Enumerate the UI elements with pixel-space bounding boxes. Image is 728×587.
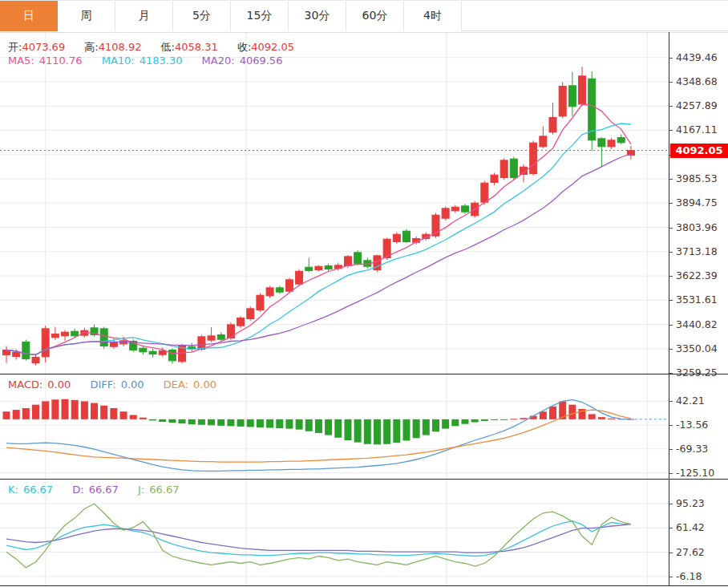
last-price-tag: 4092.05 — [670, 144, 728, 158]
axis-tick-label: 95.23 — [669, 497, 728, 510]
tab-30min[interactable]: 30分 — [289, 1, 346, 31]
tab-60min[interactable]: 60分 — [346, 1, 404, 31]
axis-tick-label: 3713.18 — [669, 245, 728, 258]
axis-tick-label: 27.62 — [669, 546, 728, 559]
axis-tick-label: 3985.53 — [669, 172, 728, 185]
tab-4hour[interactable]: 4时 — [404, 1, 462, 31]
kdj-panel[interactable] — [0, 480, 669, 585]
axis-tick-label: 4348.68 — [669, 75, 728, 88]
panel-separator-macd — [0, 374, 728, 374]
axis-tick-label: -125.10 — [669, 467, 728, 480]
axis-border-line — [669, 32, 669, 586]
axis-tick-label: 42.21 — [669, 395, 728, 407]
trading-chart-app: 日周月5分15分30分60分4时 开:4073.69 高:4108.92 低:4… — [0, 0, 728, 587]
axis-tick-label: 4439.46 — [669, 51, 728, 64]
tab-month[interactable]: 月 — [115, 1, 173, 31]
main-candlestick-panel[interactable] — [0, 32, 669, 374]
macd-panel[interactable] — [0, 374, 669, 479]
axis-tick-label: -69.33 — [669, 443, 728, 455]
axis-tick-label: 3622.39 — [669, 269, 728, 282]
axis-tick-label: 3531.61 — [669, 294, 728, 306]
panel-separator-bottom — [0, 585, 728, 586]
tab-week[interactable]: 周 — [58, 1, 115, 31]
axis-tick-label: -6.18 — [669, 570, 728, 583]
axis-tick-label: -13.56 — [669, 419, 728, 431]
axis-tick-label: 3803.96 — [669, 221, 728, 234]
axis-tick-label: 3440.82 — [669, 318, 728, 331]
tab-5min[interactable]: 5分 — [173, 1, 231, 31]
right-price-axis: 4439.464348.684257.894167.114076.323985.… — [669, 32, 728, 587]
axis-tick-label: 4257.89 — [669, 99, 728, 112]
axis-tick-label: 61.42 — [669, 521, 728, 534]
axis-tick-label: 3894.75 — [669, 196, 728, 209]
chart-area: 开:4073.69 高:4108.92 低:4058.31 收:4092.05 … — [0, 32, 728, 587]
axis-tick-label: 4167.11 — [669, 123, 728, 136]
tab-15min[interactable]: 15分 — [231, 1, 289, 31]
panel-separator-kdj — [0, 479, 728, 480]
panel-separator-top — [0, 32, 728, 33]
timeframe-tabbar: 日周月5分15分30分60分4时 — [0, 0, 728, 31]
axis-tick-label: 3350.04 — [669, 342, 728, 355]
tab-day[interactable]: 日 — [0, 1, 58, 31]
